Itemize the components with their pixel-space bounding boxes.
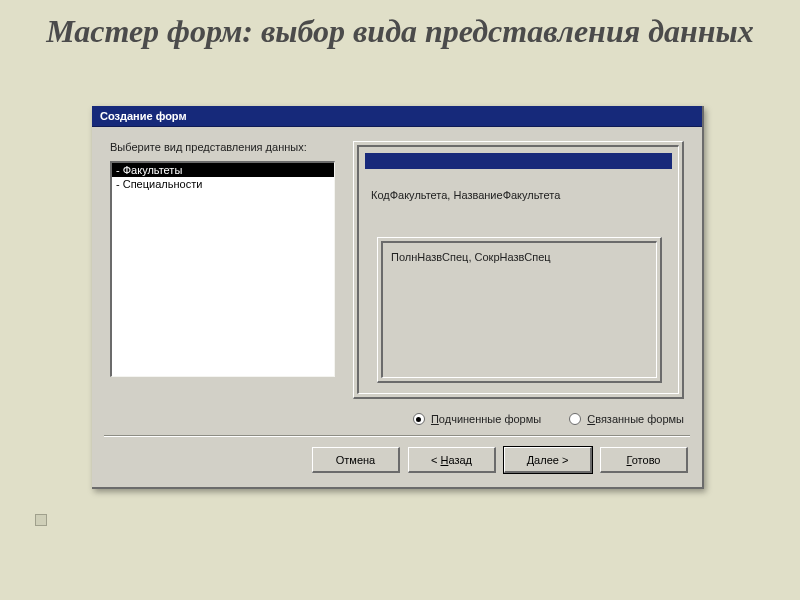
radio-dot-icon [569, 413, 581, 425]
next-button[interactable]: Далее > [504, 447, 592, 473]
preview-panel: КодФакультета, НазваниеФакультета ПолнНа… [353, 141, 684, 399]
list-item[interactable]: - Специальности [112, 177, 334, 191]
dialog-titlebar: Создание форм [92, 106, 702, 127]
slide-bullet [35, 514, 47, 526]
radio-dot-icon [413, 413, 425, 425]
preview-subform: ПолнНазвСпец, СокрНазвСпец [377, 237, 662, 383]
finish-button[interactable]: Готово [600, 447, 688, 473]
radio-subforms[interactable]: Подчиненные формы [413, 413, 541, 425]
prompt-label: Выберите вид представления данных: [110, 141, 335, 155]
cancel-button[interactable]: Отмена [312, 447, 400, 473]
preview-main-fields: КодФакультета, НазваниеФакультета [371, 189, 560, 201]
radio-subforms-label: Подчиненные формы [431, 413, 541, 425]
radio-linkedforms[interactable]: Связанные формы [569, 413, 684, 425]
form-wizard-dialog: Создание форм Выберите вид представления… [92, 106, 704, 489]
preview-titlebar [365, 153, 672, 169]
radio-linkedforms-label: Связанные формы [587, 413, 684, 425]
preview-sub-fields: ПолнНазвСпец, СокрНазвСпец [391, 251, 551, 263]
slide-title: Мастер форм: выбор вида представления да… [0, 0, 800, 59]
list-item[interactable]: - Факультеты [112, 163, 334, 177]
view-listbox[interactable]: - Факультеты - Специальности [110, 161, 335, 377]
back-button[interactable]: < Назад [408, 447, 496, 473]
